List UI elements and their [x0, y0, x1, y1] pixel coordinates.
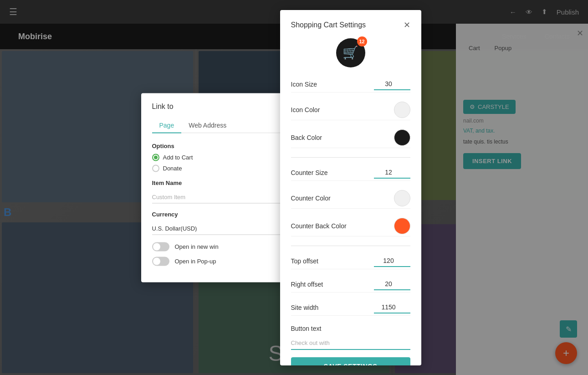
save-settings-button[interactable]: SAVE SETTINGS: [291, 357, 410, 365]
open-popup-label: Open in Pop-up: [175, 258, 216, 265]
cart-settings-dialog: Shopping Cart Settings ✕ 🛒 12 Icon Size …: [280, 10, 421, 365]
open-new-window-toggle[interactable]: [152, 242, 169, 251]
button-text-input[interactable]: [291, 337, 410, 350]
site-width-label: Site width: [291, 304, 319, 311]
back-color-label: Back Color: [291, 134, 322, 141]
open-new-window-label: Open in new win: [175, 243, 219, 250]
counter-back-color-swatch[interactable]: [394, 218, 410, 234]
icon-size-row: Icon Size: [291, 78, 410, 92]
top-offset-label: Top offset: [291, 257, 318, 265]
divider: [291, 157, 410, 158]
icon-color-swatch[interactable]: [394, 102, 410, 118]
icon-color-row: Icon Color: [291, 102, 410, 120]
counter-color-label: Counter Color: [291, 195, 331, 202]
counter-color-row: Counter Color: [291, 190, 410, 209]
back-color-swatch[interactable]: [394, 129, 410, 146]
shopping-cart-icon: 🛒: [343, 45, 358, 60]
icon-color-label: Icon Color: [291, 106, 320, 113]
site-width-input[interactable]: [374, 302, 410, 313]
right-offset-row: Right offset: [291, 278, 410, 293]
cart-badge: 12: [357, 36, 367, 46]
right-offset-label: Right offset: [291, 281, 323, 288]
cart-icon-preview: 🛒 12: [291, 38, 410, 67]
counter-color-swatch[interactable]: [394, 190, 410, 206]
donate-label: Donate: [163, 165, 182, 172]
button-text-section: Button text: [291, 325, 410, 350]
open-popup-toggle[interactable]: [152, 257, 169, 266]
counter-size-row: Counter Size: [291, 167, 410, 181]
cart-settings-title: Shopping Cart Settings: [291, 21, 366, 29]
site-width-row: Site width: [291, 302, 410, 316]
tab-web-address[interactable]: Web Address: [181, 118, 234, 133]
icon-size-label: Icon Size: [291, 81, 317, 88]
button-text-label: Button text: [291, 325, 410, 332]
counter-back-color-label: Counter Back Color: [291, 222, 347, 230]
top-offset-row: Top offset: [291, 255, 410, 269]
cart-settings-close-icon[interactable]: ✕: [404, 21, 410, 29]
add-to-cart-label: Add to Cart: [163, 154, 193, 161]
tab-page[interactable]: Page: [152, 118, 182, 133]
cart-icon-circle: 🛒 12: [336, 38, 365, 67]
donate-radio[interactable]: [152, 164, 159, 172]
right-offset-input[interactable]: [374, 278, 410, 290]
add-to-cart-radio[interactable]: [152, 154, 159, 161]
cart-dialog-header: Shopping Cart Settings ✕: [291, 21, 410, 29]
icon-size-input[interactable]: [374, 78, 410, 90]
back-color-row: Back Color: [291, 129, 410, 148]
top-offset-input[interactable]: [374, 255, 410, 267]
divider-2: [291, 246, 410, 246]
counter-size-input[interactable]: [374, 167, 410, 179]
counter-size-label: Counter Size: [291, 169, 328, 176]
counter-back-color-row: Counter Back Color: [291, 218, 410, 236]
